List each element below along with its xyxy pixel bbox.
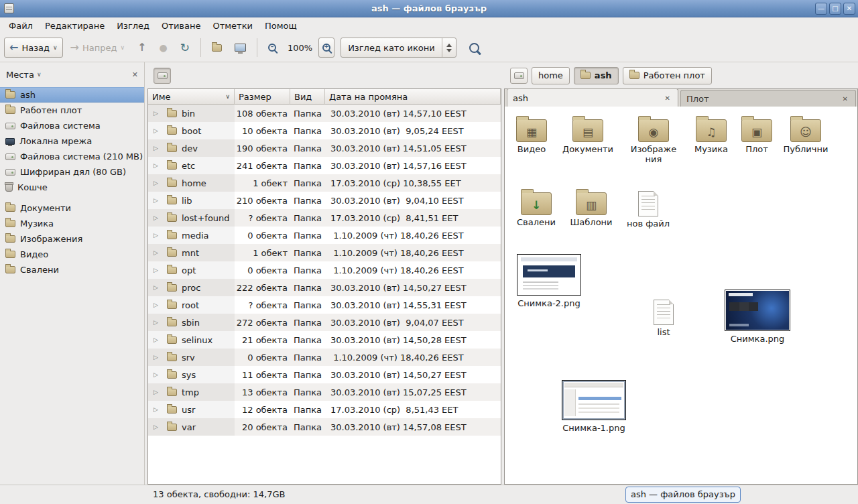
icon-item-pictures[interactable]: ◉ Изображения (628, 115, 679, 164)
table-row[interactable]: ▷bin108 обектаПапка30.03.2010 (вт) 14,57… (148, 105, 501, 122)
table-row[interactable]: ▷lib210 обектаПапка30.03.2010 (вт) 9,04,… (148, 192, 501, 209)
expander-icon[interactable]: ▷ (154, 336, 162, 343)
zoom-out-button[interactable]: – (263, 38, 282, 58)
sidebar-item-trash[interactable]: Кошче (0, 180, 144, 195)
menu-view[interactable]: Изглед (111, 19, 156, 33)
sidebar-item-music[interactable]: Музика (0, 216, 144, 231)
back-button[interactable]: ← Назад ∨ (4, 38, 63, 58)
icon-item-snimka[interactable]: Снимка.png (724, 290, 791, 344)
table-row[interactable]: ▷etc241 обектаПапка30.03.2010 (вт) 14,57… (148, 157, 501, 174)
tab-close-icon[interactable]: ✕ (841, 94, 850, 104)
expander-icon[interactable]: ▷ (154, 406, 162, 413)
expander-icon[interactable]: ▷ (154, 145, 162, 151)
icon-item-public[interactable]: ☺ Публични (780, 115, 831, 154)
table-row[interactable]: ▷srv0 обектаПапка 1.10.2009 (чт) 18,40,2… (148, 349, 501, 366)
table-row[interactable]: ▷lost+found? обектаПапка17.03.2010 (ср) … (148, 209, 501, 227)
root-breadcrumb-button[interactable] (510, 68, 528, 84)
minimize-button[interactable]: — (815, 3, 827, 15)
breadcrumb-ash[interactable]: ash (574, 67, 619, 84)
expander-icon[interactable]: ▷ (154, 214, 162, 221)
icon-item-list[interactable]: list (638, 300, 689, 337)
expander-icon[interactable]: ▷ (154, 267, 162, 273)
menu-help[interactable]: Помощ (259, 19, 303, 33)
menu-go[interactable]: Отиване (156, 19, 206, 33)
root-breadcrumb-button[interactable] (154, 68, 171, 84)
icon-item-snimka1[interactable]: Снимка-1.png (562, 380, 626, 433)
sidebar-item-desktop[interactable]: Работен плот (0, 103, 144, 118)
expander-icon[interactable]: ▷ (154, 424, 162, 430)
forward-button[interactable]: → Напред ∨ (65, 38, 130, 58)
icon-item-desktop[interactable]: ▣ Плот (731, 115, 782, 154)
table-row[interactable]: ▷home1 обектПапка17.03.2010 (ср) 10,38,5… (148, 174, 501, 192)
table-row[interactable]: ▷opt0 обектаПапка 1.10.2009 (чт) 18,40,2… (148, 261, 501, 279)
expander-icon[interactable]: ▷ (154, 354, 162, 361)
icon-item-downloads[interactable]: ↓ Свалени (511, 188, 562, 227)
expander-icon[interactable]: ▷ (154, 284, 162, 291)
column-header-size[interactable]: Размер (235, 89, 290, 105)
menu-bookmarks[interactable]: Отметки (206, 19, 258, 33)
expander-icon[interactable]: ▷ (154, 249, 162, 256)
maximize-button[interactable]: □ (829, 3, 841, 15)
tab-plot[interactable]: Плот✕ (680, 90, 856, 107)
tab-close-icon[interactable]: ✕ (663, 93, 672, 103)
zoom-in-button[interactable]: + (318, 38, 334, 58)
sidebar-item-filesystem-210mb[interactable]: Файлова система (210 MB) (0, 149, 144, 164)
expander-icon[interactable]: ▷ (154, 302, 162, 308)
expander-icon[interactable]: ▷ (154, 232, 162, 239)
table-row[interactable]: ▷media0 обектаПапка 1.10.2009 (чт) 18,40… (148, 227, 501, 244)
breadcrumb-home[interactable]: home (532, 67, 570, 84)
icon-item-new-file[interactable]: нов файл (623, 191, 674, 229)
sidebar-item-pictures[interactable]: Изображения (0, 231, 144, 247)
table-row[interactable]: ▷sbin272 обектаПапка30.03.2010 (вт) 9,04… (148, 314, 501, 331)
reload-button[interactable]: ↻ (175, 38, 195, 58)
column-header-date[interactable]: Дата на промяна (325, 89, 501, 105)
sidebar-item-video[interactable]: Видео (0, 247, 144, 262)
zoom-level[interactable]: 100% (284, 43, 316, 53)
table-row[interactable]: ▷boot10 обектаПапка30.03.2010 (вт) 9,05,… (148, 122, 501, 139)
home-button[interactable] (206, 38, 227, 58)
menu-edit[interactable]: Редактиране (39, 19, 111, 33)
column-header-name[interactable]: Име∨ (148, 89, 235, 105)
up-button[interactable]: ↑ (132, 38, 151, 58)
tab-ash[interactable]: ash✕ (507, 88, 678, 107)
table-row[interactable]: ▷selinux21 обектаПапка30.03.2010 (вт) 14… (148, 331, 501, 349)
breadcrumb-desktop[interactable]: Работен плот (623, 67, 712, 84)
taskbar-window-button[interactable]: ash — файлов браузър (625, 487, 741, 503)
icon-item-video[interactable]: ▦ Видео (506, 115, 557, 154)
table-row[interactable]: ▷tmp13 обектаПапка30.03.2010 (вт) 15,07,… (148, 383, 501, 401)
table-row[interactable]: ▷usr12 обектаПапка17.03.2010 (ср) 8,51,4… (148, 401, 501, 418)
view-mode-select[interactable]: Изглед като икони (341, 38, 456, 58)
sidebar-item-encrypted[interactable]: Шифриран дял (80 GB) (0, 164, 144, 180)
menu-file[interactable]: Файл (3, 19, 39, 33)
table-row[interactable]: ▷mnt1 обектПапка 1.10.2009 (чт) 18,40,26… (148, 244, 501, 261)
expander-icon[interactable]: ▷ (154, 162, 162, 169)
sidebar-title[interactable]: Места (6, 70, 34, 80)
expander-icon[interactable]: ▷ (154, 197, 162, 204)
column-header-type[interactable]: Вид (290, 89, 325, 105)
close-button[interactable]: ✕ (843, 3, 855, 15)
table-row[interactable]: ▷dev190 обектаПапка30.03.2010 (вт) 14,51… (148, 139, 501, 157)
sidebar-item-filesystem[interactable]: Файлова система (0, 118, 144, 133)
expander-icon[interactable]: ▷ (154, 319, 162, 326)
sidebar-item-documents[interactable]: Документи (0, 200, 144, 216)
table-row[interactable]: ▷proc222 обектаПапка30.03.2010 (вт) 14,5… (148, 279, 501, 296)
view-mode-arrows[interactable] (442, 38, 456, 57)
icon-item-documents[interactable]: ▤ Документи (562, 115, 613, 154)
table-row[interactable]: ▷sys11 обектаПапка30.03.2010 (вт) 14,50,… (148, 366, 501, 383)
table-row[interactable]: ▷var20 обектаПапка30.03.2010 (вт) 14,57,… (148, 418, 501, 436)
computer-button[interactable] (229, 38, 251, 58)
sidebar-item-downloads[interactable]: Свалени (0, 262, 144, 277)
stop-button[interactable]: ● (154, 38, 173, 58)
sidebar-mode-dropdown-icon[interactable]: ∨ (37, 72, 42, 78)
sidebar-close-icon[interactable]: ✕ (132, 70, 138, 79)
expander-icon[interactable]: ▷ (154, 110, 162, 117)
expander-icon[interactable]: ▷ (154, 371, 162, 378)
icon-item-snimka2[interactable]: Снимка-2.png (517, 254, 581, 308)
expander-icon[interactable]: ▷ (154, 127, 162, 134)
table-row[interactable]: ▷root? обектаПапка30.03.2010 (вт) 14,55,… (148, 296, 501, 314)
sidebar-item-network[interactable]: Локална мрежа (0, 133, 144, 149)
back-dropdown-icon[interactable]: ∨ (53, 45, 58, 51)
icon-item-music[interactable]: ♫ Музика (686, 115, 737, 154)
search-button[interactable] (464, 38, 485, 58)
icon-item-templates[interactable]: ▥ Шаблони (566, 188, 617, 227)
